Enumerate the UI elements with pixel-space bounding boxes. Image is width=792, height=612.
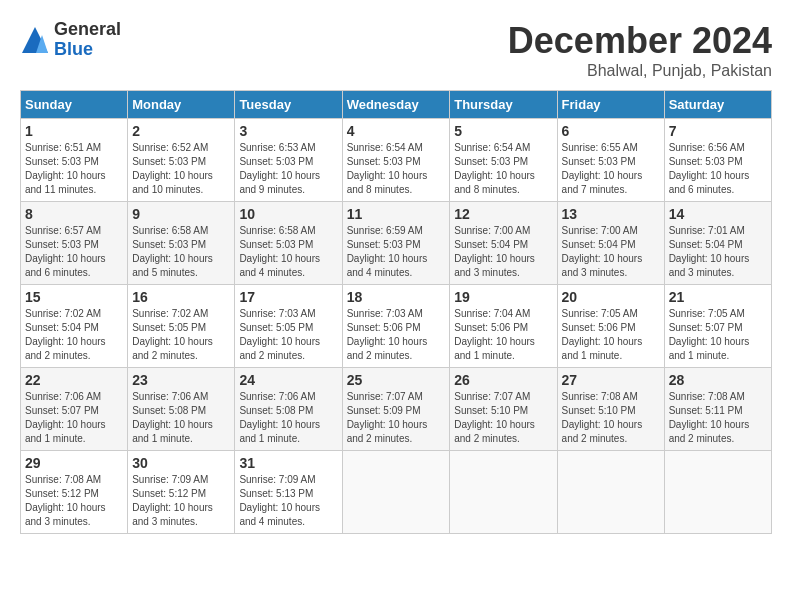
table-row (557, 451, 664, 534)
table-row: 2Sunrise: 6:52 AM Sunset: 5:03 PM Daylig… (128, 119, 235, 202)
table-row: 10Sunrise: 6:58 AM Sunset: 5:03 PM Dayli… (235, 202, 342, 285)
table-row: 1Sunrise: 6:51 AM Sunset: 5:03 PM Daylig… (21, 119, 128, 202)
header-friday: Friday (557, 91, 664, 119)
day-number: 23 (132, 372, 230, 388)
day-info: Sunrise: 6:58 AM Sunset: 5:03 PM Dayligh… (239, 224, 337, 280)
day-info: Sunrise: 7:09 AM Sunset: 5:13 PM Dayligh… (239, 473, 337, 529)
header-wednesday: Wednesday (342, 91, 450, 119)
day-info: Sunrise: 7:01 AM Sunset: 5:04 PM Dayligh… (669, 224, 767, 280)
table-row: 27Sunrise: 7:08 AM Sunset: 5:10 PM Dayli… (557, 368, 664, 451)
day-info: Sunrise: 7:06 AM Sunset: 5:08 PM Dayligh… (132, 390, 230, 446)
day-number: 4 (347, 123, 446, 139)
day-number: 13 (562, 206, 660, 222)
table-row: 12Sunrise: 7:00 AM Sunset: 5:04 PM Dayli… (450, 202, 557, 285)
day-info: Sunrise: 7:00 AM Sunset: 5:04 PM Dayligh… (454, 224, 552, 280)
day-info: Sunrise: 7:06 AM Sunset: 5:07 PM Dayligh… (25, 390, 123, 446)
day-number: 7 (669, 123, 767, 139)
logo-icon (20, 25, 50, 55)
table-row: 20Sunrise: 7:05 AM Sunset: 5:06 PM Dayli… (557, 285, 664, 368)
day-number: 8 (25, 206, 123, 222)
day-number: 19 (454, 289, 552, 305)
day-info: Sunrise: 7:00 AM Sunset: 5:04 PM Dayligh… (562, 224, 660, 280)
header-monday: Monday (128, 91, 235, 119)
calendar-table: Sunday Monday Tuesday Wednesday Thursday… (20, 90, 772, 534)
calendar-week-row: 15Sunrise: 7:02 AM Sunset: 5:04 PM Dayli… (21, 285, 772, 368)
page-header: General Blue December 2024 Bhalwal, Punj… (20, 20, 772, 80)
table-row: 11Sunrise: 6:59 AM Sunset: 5:03 PM Dayli… (342, 202, 450, 285)
table-row: 8Sunrise: 6:57 AM Sunset: 5:03 PM Daylig… (21, 202, 128, 285)
table-row: 31Sunrise: 7:09 AM Sunset: 5:13 PM Dayli… (235, 451, 342, 534)
day-number: 18 (347, 289, 446, 305)
logo: General Blue (20, 20, 121, 60)
day-info: Sunrise: 7:05 AM Sunset: 5:06 PM Dayligh… (562, 307, 660, 363)
day-info: Sunrise: 6:58 AM Sunset: 5:03 PM Dayligh… (132, 224, 230, 280)
title-area: December 2024 Bhalwal, Punjab, Pakistan (508, 20, 772, 80)
table-row: 24Sunrise: 7:06 AM Sunset: 5:08 PM Dayli… (235, 368, 342, 451)
table-row: 22Sunrise: 7:06 AM Sunset: 5:07 PM Dayli… (21, 368, 128, 451)
day-number: 25 (347, 372, 446, 388)
day-info: Sunrise: 6:52 AM Sunset: 5:03 PM Dayligh… (132, 141, 230, 197)
day-number: 3 (239, 123, 337, 139)
day-info: Sunrise: 7:04 AM Sunset: 5:06 PM Dayligh… (454, 307, 552, 363)
day-info: Sunrise: 7:08 AM Sunset: 5:10 PM Dayligh… (562, 390, 660, 446)
day-number: 2 (132, 123, 230, 139)
day-info: Sunrise: 7:06 AM Sunset: 5:08 PM Dayligh… (239, 390, 337, 446)
table-row: 13Sunrise: 7:00 AM Sunset: 5:04 PM Dayli… (557, 202, 664, 285)
day-number: 31 (239, 455, 337, 471)
table-row: 9Sunrise: 6:58 AM Sunset: 5:03 PM Daylig… (128, 202, 235, 285)
day-number: 20 (562, 289, 660, 305)
table-row: 15Sunrise: 7:02 AM Sunset: 5:04 PM Dayli… (21, 285, 128, 368)
day-number: 26 (454, 372, 552, 388)
day-number: 17 (239, 289, 337, 305)
day-number: 5 (454, 123, 552, 139)
day-number: 10 (239, 206, 337, 222)
table-row: 14Sunrise: 7:01 AM Sunset: 5:04 PM Dayli… (664, 202, 771, 285)
day-number: 29 (25, 455, 123, 471)
day-info: Sunrise: 6:59 AM Sunset: 5:03 PM Dayligh… (347, 224, 446, 280)
day-info: Sunrise: 7:09 AM Sunset: 5:12 PM Dayligh… (132, 473, 230, 529)
table-row (664, 451, 771, 534)
calendar-week-row: 29Sunrise: 7:08 AM Sunset: 5:12 PM Dayli… (21, 451, 772, 534)
logo-text: General Blue (54, 20, 121, 60)
day-info: Sunrise: 6:57 AM Sunset: 5:03 PM Dayligh… (25, 224, 123, 280)
table-row: 4Sunrise: 6:54 AM Sunset: 5:03 PM Daylig… (342, 119, 450, 202)
table-row: 5Sunrise: 6:54 AM Sunset: 5:03 PM Daylig… (450, 119, 557, 202)
calendar-header-row: Sunday Monday Tuesday Wednesday Thursday… (21, 91, 772, 119)
day-number: 14 (669, 206, 767, 222)
day-number: 16 (132, 289, 230, 305)
day-number: 30 (132, 455, 230, 471)
table-row: 7Sunrise: 6:56 AM Sunset: 5:03 PM Daylig… (664, 119, 771, 202)
day-number: 28 (669, 372, 767, 388)
day-number: 21 (669, 289, 767, 305)
header-thursday: Thursday (450, 91, 557, 119)
location: Bhalwal, Punjab, Pakistan (508, 62, 772, 80)
day-info: Sunrise: 7:08 AM Sunset: 5:11 PM Dayligh… (669, 390, 767, 446)
day-info: Sunrise: 6:56 AM Sunset: 5:03 PM Dayligh… (669, 141, 767, 197)
day-number: 15 (25, 289, 123, 305)
day-info: Sunrise: 7:03 AM Sunset: 5:06 PM Dayligh… (347, 307, 446, 363)
calendar-week-row: 1Sunrise: 6:51 AM Sunset: 5:03 PM Daylig… (21, 119, 772, 202)
table-row: 16Sunrise: 7:02 AM Sunset: 5:05 PM Dayli… (128, 285, 235, 368)
header-tuesday: Tuesday (235, 91, 342, 119)
table-row: 25Sunrise: 7:07 AM Sunset: 5:09 PM Dayli… (342, 368, 450, 451)
day-number: 9 (132, 206, 230, 222)
table-row: 19Sunrise: 7:04 AM Sunset: 5:06 PM Dayli… (450, 285, 557, 368)
calendar-week-row: 8Sunrise: 6:57 AM Sunset: 5:03 PM Daylig… (21, 202, 772, 285)
table-row: 29Sunrise: 7:08 AM Sunset: 5:12 PM Dayli… (21, 451, 128, 534)
table-row: 23Sunrise: 7:06 AM Sunset: 5:08 PM Dayli… (128, 368, 235, 451)
table-row: 26Sunrise: 7:07 AM Sunset: 5:10 PM Dayli… (450, 368, 557, 451)
day-number: 1 (25, 123, 123, 139)
table-row: 17Sunrise: 7:03 AM Sunset: 5:05 PM Dayli… (235, 285, 342, 368)
table-row: 3Sunrise: 6:53 AM Sunset: 5:03 PM Daylig… (235, 119, 342, 202)
table-row (450, 451, 557, 534)
day-number: 12 (454, 206, 552, 222)
table-row: 30Sunrise: 7:09 AM Sunset: 5:12 PM Dayli… (128, 451, 235, 534)
day-info: Sunrise: 6:51 AM Sunset: 5:03 PM Dayligh… (25, 141, 123, 197)
table-row: 18Sunrise: 7:03 AM Sunset: 5:06 PM Dayli… (342, 285, 450, 368)
day-info: Sunrise: 7:03 AM Sunset: 5:05 PM Dayligh… (239, 307, 337, 363)
day-info: Sunrise: 6:54 AM Sunset: 5:03 PM Dayligh… (347, 141, 446, 197)
day-number: 22 (25, 372, 123, 388)
table-row: 21Sunrise: 7:05 AM Sunset: 5:07 PM Dayli… (664, 285, 771, 368)
day-info: Sunrise: 7:07 AM Sunset: 5:09 PM Dayligh… (347, 390, 446, 446)
month-title: December 2024 (508, 20, 772, 62)
